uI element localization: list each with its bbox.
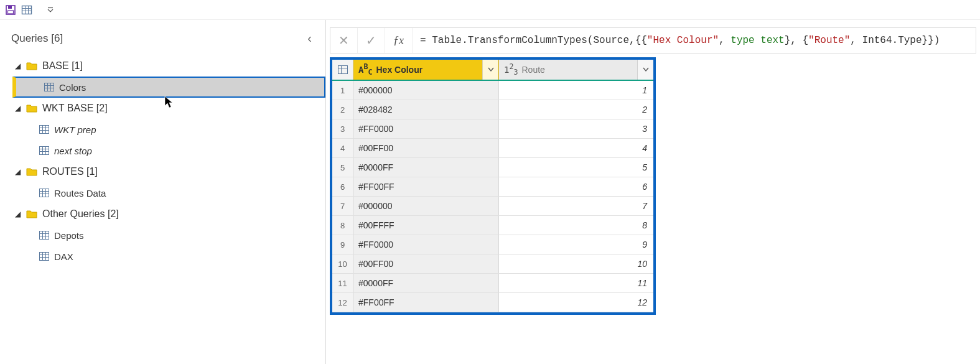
type-text-icon: ABC xyxy=(353,62,376,77)
cell-hex-colour[interactable]: #FF0000 xyxy=(353,119,499,138)
table-row[interactable]: 10#00FF0010 xyxy=(332,254,653,274)
datasheet-button[interactable] xyxy=(20,3,34,17)
grid-body: 1#00000012#02848223#FF000034#00FF0045#00… xyxy=(332,81,653,312)
column-filter-button[interactable] xyxy=(482,60,498,80)
row-number: 10 xyxy=(332,254,353,273)
folder-wkt-base[interactable]: ◢ WKT BASE [2] xyxy=(12,98,325,119)
cell-route[interactable]: 2 xyxy=(499,100,653,119)
formula-segment: = Table.TransformColumnTypes(Source,{{ xyxy=(420,35,647,46)
folder-base[interactable]: ◢ BASE [1] xyxy=(12,55,325,77)
svg-rect-24 xyxy=(40,189,49,197)
cancel-formula-button[interactable]: ✕ xyxy=(330,28,358,53)
table-row[interactable]: 4#00FF004 xyxy=(332,139,653,158)
fx-icon[interactable]: ƒx xyxy=(385,28,413,53)
table-row[interactable]: 1#0000001 xyxy=(332,81,653,100)
query-item-routes-data[interactable]: Routes Data xyxy=(12,182,325,203)
folder-label: BASE [1] xyxy=(42,60,83,72)
row-number: 3 xyxy=(332,119,353,138)
cell-hex-colour[interactable]: #FF0000 xyxy=(353,235,499,254)
column-label: Route xyxy=(522,65,545,75)
folder-routes[interactable]: ◢ ROUTES [1] xyxy=(12,161,325,182)
formula-segment: , xyxy=(719,35,730,46)
queries-panel-title: Queries [6] xyxy=(11,32,63,45)
folder-other-queries[interactable]: ◢ Other Queries [2] xyxy=(12,203,325,225)
svg-rect-34 xyxy=(40,253,49,261)
data-grid: ABC Hex Colour 123 Route 1#00000012#0284… xyxy=(330,57,656,315)
formula-segment: type text xyxy=(730,35,784,46)
cell-hex-colour[interactable]: #00FF00 xyxy=(353,254,499,273)
cell-route[interactable]: 5 xyxy=(499,158,653,177)
quick-access-toolbar xyxy=(0,0,980,20)
cell-hex-colour[interactable]: #0000FF xyxy=(353,158,499,177)
formula-text[interactable]: = Table.TransformColumnTypes(Source,{{"H… xyxy=(413,35,976,46)
qat-customize-button[interactable] xyxy=(44,3,57,17)
query-label: DAX xyxy=(54,251,73,262)
svg-rect-9 xyxy=(45,83,54,91)
svg-rect-14 xyxy=(40,126,49,134)
svg-rect-39 xyxy=(338,66,347,74)
table-row[interactable]: 8#00FFFF8 xyxy=(332,216,653,235)
folder-label: ROUTES [1] xyxy=(42,166,98,177)
caret-down-icon: ◢ xyxy=(15,104,21,113)
grid-header: ABC Hex Colour 123 Route xyxy=(332,60,653,81)
query-item-wkt-prep[interactable]: WKT prep xyxy=(12,119,325,140)
column-header-route[interactable]: 123 Route xyxy=(499,60,653,80)
table-icon xyxy=(39,125,49,134)
cell-route[interactable]: 1 xyxy=(499,81,653,100)
editor-area: ✕ ✓ ƒx = Table.TransformColumnTypes(Sour… xyxy=(326,20,980,364)
folder-label: Other Queries [2] xyxy=(42,208,119,220)
table-icon xyxy=(39,189,49,197)
cell-hex-colour[interactable]: #FF00FF xyxy=(353,177,499,196)
query-item-next-stop[interactable]: next stop xyxy=(12,140,325,161)
select-all-button[interactable] xyxy=(332,60,353,80)
cell-hex-colour[interactable]: #000000 xyxy=(353,197,499,215)
cell-route[interactable]: 12 xyxy=(499,293,653,312)
cell-hex-colour[interactable]: #FF00FF xyxy=(353,293,499,312)
table-row[interactable]: 6#FF00FF6 xyxy=(332,177,653,197)
row-number: 5 xyxy=(332,158,353,177)
cell-route[interactable]: 7 xyxy=(499,197,653,215)
table-row[interactable]: 5#0000FF5 xyxy=(332,158,653,177)
cell-hex-colour[interactable]: #028482 xyxy=(353,100,499,119)
cell-route[interactable]: 9 xyxy=(499,235,653,254)
cell-hex-colour[interactable]: #00FF00 xyxy=(353,139,499,157)
row-number: 2 xyxy=(332,100,353,119)
svg-rect-19 xyxy=(40,147,49,155)
cell-route[interactable]: 10 xyxy=(499,254,653,273)
formula-segment: , Int64.Type}}) xyxy=(850,35,940,46)
query-label: Routes Data xyxy=(54,188,106,198)
query-item-colors[interactable]: Colors xyxy=(12,77,325,98)
cell-hex-colour[interactable]: #000000 xyxy=(353,81,499,100)
column-header-hex-colour[interactable]: ABC Hex Colour xyxy=(353,60,499,80)
table-row[interactable]: 9#FF00009 xyxy=(332,235,653,254)
save-button[interactable] xyxy=(4,3,17,17)
query-item-dax[interactable]: DAX xyxy=(12,246,325,267)
type-number-icon: 123 xyxy=(499,62,522,77)
query-label: WKT prep xyxy=(54,124,96,135)
row-number: 12 xyxy=(332,293,353,312)
query-item-depots[interactable]: Depots xyxy=(12,225,325,246)
cell-route[interactable]: 8 xyxy=(499,216,653,235)
cell-route[interactable]: 3 xyxy=(499,119,653,138)
queries-panel: Queries [6] ‹ ◢ BASE [1] Colors ◢ xyxy=(0,20,326,364)
table-row[interactable]: 3#FF00003 xyxy=(332,119,653,139)
queries-tree: ◢ BASE [1] Colors ◢ WKT BASE [2] xyxy=(0,55,325,267)
table-row[interactable]: 12#FF00FF12 xyxy=(332,293,653,312)
folder-icon xyxy=(26,209,37,219)
cell-route[interactable]: 6 xyxy=(499,177,653,196)
cell-hex-colour[interactable]: #0000FF xyxy=(353,274,499,292)
table-row[interactable]: 11#0000FF11 xyxy=(332,274,653,293)
formula-segment: "Hex Colour" xyxy=(647,35,719,46)
cell-route[interactable]: 11 xyxy=(499,274,653,292)
accept-formula-button[interactable]: ✓ xyxy=(358,28,385,53)
column-filter-button[interactable] xyxy=(637,60,653,80)
table-row[interactable]: 2#0284822 xyxy=(332,100,653,119)
collapse-panel-button[interactable]: ‹ xyxy=(305,31,314,45)
cell-hex-colour[interactable]: #00FFFF xyxy=(353,216,499,235)
table-row[interactable]: 7#0000007 xyxy=(332,197,653,216)
table-icon xyxy=(44,83,54,91)
cell-route[interactable]: 4 xyxy=(499,139,653,157)
table-icon xyxy=(39,252,49,261)
query-label: Colors xyxy=(59,82,86,93)
folder-icon xyxy=(26,103,37,113)
